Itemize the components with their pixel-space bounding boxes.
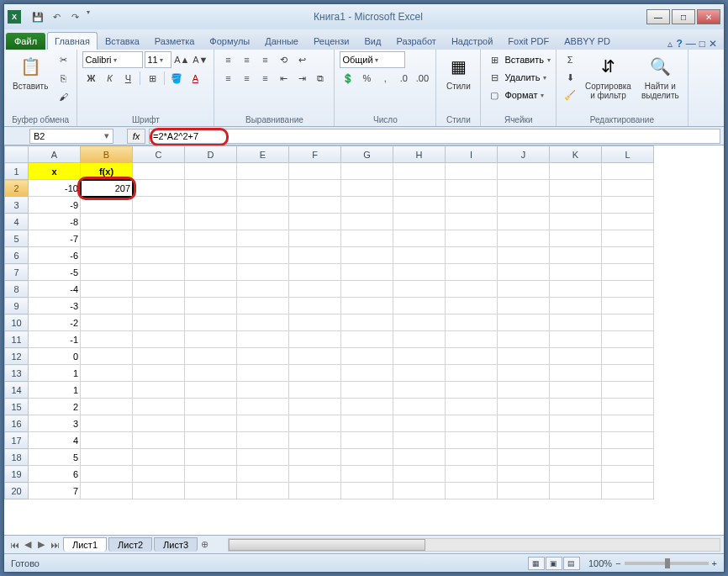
cell[interactable] [237, 281, 289, 298]
cell-b15[interactable] [81, 399, 133, 415]
cell[interactable] [393, 298, 446, 314]
sheet-tab-1[interactable]: Лист1 [63, 537, 107, 552]
cell[interactable] [185, 432, 237, 449]
percent-button[interactable]: % [358, 70, 375, 87]
cell[interactable] [289, 163, 341, 180]
cell[interactable] [237, 365, 289, 382]
cell[interactable] [498, 382, 550, 399]
cell-a13[interactable]: 1 [29, 365, 81, 382]
cell[interactable] [550, 415, 602, 432]
cell[interactable] [602, 180, 654, 197]
cell[interactable] [133, 163, 185, 180]
cell[interactable] [341, 298, 393, 314]
cell[interactable] [341, 264, 393, 281]
cell[interactable] [550, 432, 602, 449]
cell[interactable] [133, 331, 185, 348]
bold-button[interactable]: Ж [82, 70, 99, 87]
view-layout-button[interactable]: ▣ [546, 557, 562, 570]
cell[interactable] [289, 415, 341, 432]
cell[interactable] [237, 264, 289, 281]
cell[interactable] [133, 365, 185, 382]
cell[interactable] [341, 281, 393, 298]
cell[interactable] [393, 348, 446, 365]
cell-b6[interactable] [81, 247, 133, 264]
copy-button[interactable]: ⎘ [55, 70, 71, 87]
cell[interactable] [341, 483, 393, 499]
cell[interactable] [393, 365, 446, 382]
cell-b4[interactable] [81, 214, 133, 230]
cell[interactable] [602, 281, 654, 298]
cell-a15[interactable]: 2 [29, 399, 81, 415]
workbook-close-icon[interactable]: ✕ [709, 38, 717, 50]
cell[interactable] [133, 415, 185, 432]
row-header-8[interactable]: 8 [5, 281, 29, 298]
row-header-6[interactable]: 6 [5, 247, 29, 264]
row-header-2[interactable]: 2 [5, 180, 29, 197]
cell[interactable] [602, 415, 654, 432]
orientation-button[interactable]: ⟲ [275, 51, 292, 68]
cell[interactable] [602, 399, 654, 415]
cell[interactable] [185, 247, 237, 264]
col-header-b[interactable]: B [81, 146, 133, 163]
cell[interactable] [446, 163, 498, 180]
workbook-min-icon[interactable]: — [686, 38, 696, 50]
cell[interactable] [550, 314, 602, 331]
cell[interactable] [289, 365, 341, 382]
tab-layout[interactable]: Разметка [147, 32, 203, 50]
cell[interactable] [289, 399, 341, 415]
cell[interactable] [446, 214, 498, 230]
cell[interactable] [446, 348, 498, 365]
cell[interactable] [550, 230, 602, 247]
row-header-5[interactable]: 5 [5, 230, 29, 247]
cell[interactable] [550, 449, 602, 466]
align-top-button[interactable]: ≡ [219, 51, 236, 68]
view-pagebreak-button[interactable]: ▤ [563, 557, 580, 570]
cell[interactable] [602, 483, 654, 499]
cell[interactable] [133, 180, 185, 197]
cell[interactable] [393, 432, 446, 449]
cell[interactable] [237, 432, 289, 449]
align-center-button[interactable]: ≡ [238, 70, 255, 87]
cell-a20[interactable]: 7 [29, 483, 81, 499]
cell[interactable] [393, 180, 446, 197]
align-middle-button[interactable]: ≡ [238, 51, 255, 68]
cell-b13[interactable] [81, 365, 133, 382]
cell[interactable] [289, 247, 341, 264]
align-left-button[interactable]: ≡ [219, 70, 236, 87]
cell[interactable] [498, 314, 550, 331]
cell[interactable] [341, 382, 393, 399]
cell[interactable] [185, 314, 237, 331]
cell-a6[interactable]: -6 [29, 247, 81, 264]
cell[interactable] [393, 466, 446, 483]
cell[interactable] [341, 197, 393, 214]
cell[interactable] [550, 348, 602, 365]
cell-a16[interactable]: 3 [29, 415, 81, 432]
cell[interactable] [393, 314, 446, 331]
cell[interactable] [446, 399, 498, 415]
cell[interactable] [602, 230, 654, 247]
tab-developer[interactable]: Разработ [388, 32, 443, 50]
cell[interactable] [341, 331, 393, 348]
tab-insert[interactable]: Вставка [98, 32, 147, 50]
col-header-j[interactable]: J [498, 146, 550, 163]
cell[interactable] [185, 415, 237, 432]
qat-save-button[interactable]: 💾 [29, 8, 46, 25]
minimize-button[interactable]: — [646, 9, 670, 24]
cell-b16[interactable] [81, 415, 133, 432]
cell-a14[interactable]: 1 [29, 382, 81, 399]
decrease-decimal-button[interactable]: .00 [414, 70, 430, 87]
cell[interactable] [393, 264, 446, 281]
cell[interactable] [133, 449, 185, 466]
paste-button[interactable]: 📋 Вставить [9, 51, 51, 92]
decrease-indent-button[interactable]: ⇤ [275, 70, 292, 87]
cell[interactable] [237, 298, 289, 314]
name-box[interactable]: B2 ▾ [29, 129, 113, 144]
cell[interactable] [185, 483, 237, 499]
col-header-l[interactable]: L [602, 146, 654, 163]
cell[interactable] [289, 449, 341, 466]
cell[interactable] [602, 163, 654, 180]
grid-scroll[interactable]: A B C D E F G H I J K L 1 x f(x) [4, 145, 724, 535]
row-header-18[interactable]: 18 [5, 449, 29, 466]
cell[interactable] [446, 247, 498, 264]
cell[interactable] [237, 180, 289, 197]
